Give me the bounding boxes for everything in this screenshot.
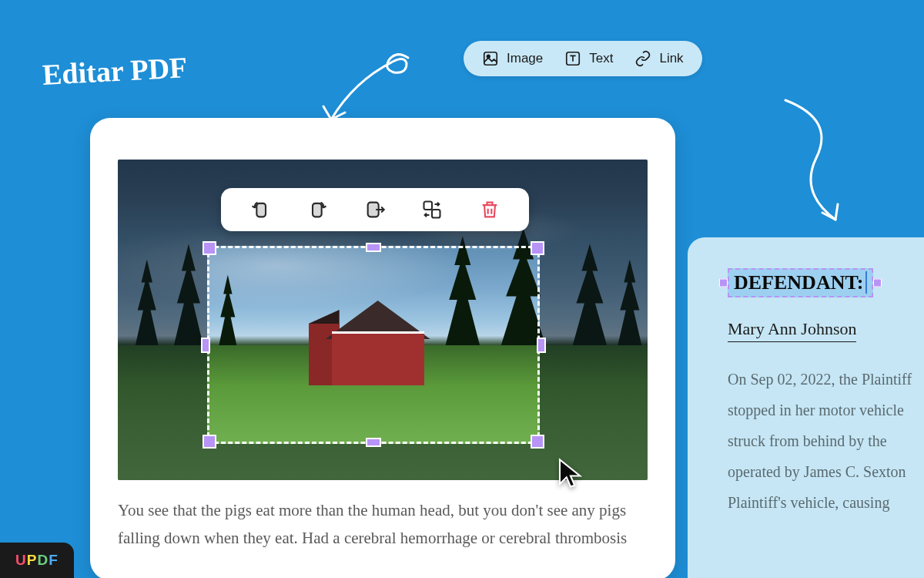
rotate-left-button[interactable] xyxy=(248,197,273,222)
defendant-name: Mary Ann Johnson xyxy=(728,319,856,342)
extract-button[interactable] xyxy=(363,197,387,222)
trash-icon xyxy=(479,199,500,220)
document-body-text: You see that the pigs eat more than the … xyxy=(118,497,648,552)
svg-rect-4 xyxy=(313,203,322,217)
link-icon xyxy=(634,50,651,67)
svg-rect-6 xyxy=(424,202,433,210)
main-document-card: You see that the pigs eat more than the … xyxy=(90,118,675,578)
replace-button[interactable] xyxy=(420,197,444,222)
rotate-right-icon xyxy=(307,199,329,220)
extract-icon xyxy=(364,199,386,220)
edit-toolbar: Image Text Link xyxy=(464,41,702,76)
document-image[interactable] xyxy=(118,160,648,480)
image-tool-label: Image xyxy=(507,51,543,66)
replace-icon xyxy=(421,199,443,220)
link-tool-label: Link xyxy=(659,51,683,66)
cursor-icon xyxy=(554,457,587,492)
image-icon xyxy=(482,50,499,67)
text-icon xyxy=(564,50,581,67)
rotate-right-button[interactable] xyxy=(306,197,330,222)
side-body-text: On Sep 02, 2022, the Plaintiff stopped i… xyxy=(728,364,924,518)
text-tool[interactable]: Text xyxy=(564,50,613,67)
text-selection-box[interactable]: DEFENDANT: xyxy=(728,268,873,297)
delete-button[interactable] xyxy=(477,197,502,222)
barn-illustration xyxy=(309,301,447,385)
defendant-heading: DEFENDANT: xyxy=(734,271,867,294)
image-tool[interactable]: Image xyxy=(482,50,543,67)
rotate-left-icon xyxy=(249,199,271,220)
text-tool-label: Text xyxy=(589,51,613,66)
updf-logo: UPDF xyxy=(0,543,74,578)
svg-rect-3 xyxy=(257,203,266,217)
page-title: Editar PDF xyxy=(42,50,188,92)
svg-rect-0 xyxy=(484,52,497,66)
link-tool[interactable]: Link xyxy=(634,50,683,67)
arrow-decoration-2 xyxy=(762,92,878,239)
svg-rect-7 xyxy=(432,210,440,218)
side-document-card: DEFENDANT: Mary Ann Johnson On Sep 02, 2… xyxy=(688,237,924,578)
image-edit-toolbar xyxy=(221,188,529,231)
